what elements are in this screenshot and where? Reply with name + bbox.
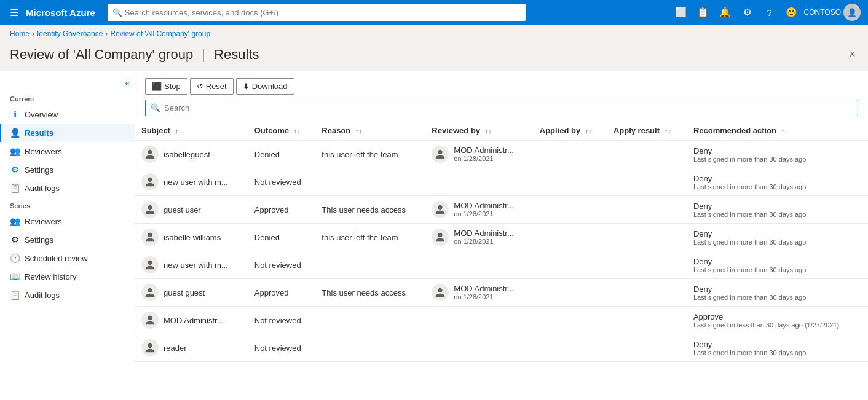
table-row[interactable]: isabelle williams Deniedthis user left t… xyxy=(135,224,868,251)
sidebar-item-results[interactable]: 👤 Results xyxy=(0,124,135,142)
sidebar: « Current ℹ Overview 👤 Results 👥 Reviewe… xyxy=(0,71,135,400)
sidebar-item-settings-current-label: Settings xyxy=(25,165,53,175)
col-outcome-sort[interactable]: ↑↓ xyxy=(294,127,301,135)
subject-name: MOD Administr... xyxy=(164,316,224,325)
breadcrumb-current[interactable]: Review of 'All Company' group xyxy=(110,29,210,38)
table-row[interactable]: reader Not reviewed Deny Last signed in … xyxy=(135,334,868,362)
breadcrumb-home[interactable]: Home xyxy=(10,29,30,38)
table-row[interactable]: MOD Administr... Not reviewed Approve La… xyxy=(135,307,868,334)
reviewer-avatar xyxy=(432,201,449,218)
recommended-main: Deny xyxy=(693,202,862,211)
col-subject[interactable]: Subject ↑↓ xyxy=(135,121,248,141)
page-title-area: Review of 'All Company' group | Results xyxy=(10,47,259,63)
col-reason-label: Reason xyxy=(322,126,350,135)
user-avatar xyxy=(141,201,159,218)
cell-subject: new user with m... xyxy=(135,251,248,279)
cell-apply-result xyxy=(607,224,687,251)
recommended-cell: Deny Last signed in more than 30 days ag… xyxy=(693,202,862,218)
sidebar-item-reviewers-series[interactable]: 👥 Reviewers xyxy=(0,212,135,230)
col-recommended-action[interactable]: Recommended action ↑↓ xyxy=(687,121,868,141)
settings-icon[interactable]: ⚙ xyxy=(738,2,757,22)
stop-icon: ⬛ xyxy=(152,82,162,91)
col-reason-sort[interactable]: ↑↓ xyxy=(355,127,362,135)
settings-sidebar-icon: ⚙ xyxy=(10,165,20,175)
table-row[interactable]: isabelleguest Deniedthis user left the t… xyxy=(135,141,868,168)
main-layout: « Current ℹ Overview 👤 Results 👥 Reviewe… xyxy=(0,71,868,400)
recommended-main: Deny xyxy=(693,340,862,349)
cloud-shell-icon[interactable]: 📋 xyxy=(693,2,713,22)
portal-icon[interactable]: ⬜ xyxy=(671,2,691,22)
col-applied-by-sort[interactable]: ↑↓ xyxy=(585,127,592,135)
sidebar-item-audit-series[interactable]: 📋 Audit logs xyxy=(0,286,135,304)
sidebar-item-review-history[interactable]: 📖 Review history xyxy=(0,267,135,286)
sidebar-item-settings-current[interactable]: ⚙ Settings xyxy=(0,160,135,179)
global-search-input[interactable] xyxy=(108,4,526,21)
sidebar-item-audit-current[interactable]: 📋 Audit logs xyxy=(0,179,135,197)
sidebar-series-section: Series xyxy=(0,197,135,212)
col-subject-sort[interactable]: ↑↓ xyxy=(175,127,182,135)
breadcrumb-identity-governance[interactable]: Identity Governance xyxy=(37,29,103,38)
cell-subject: new user with m... xyxy=(135,168,248,196)
sidebar-current-section: Current xyxy=(0,90,135,105)
col-applied-by[interactable]: Applied by ↑↓ xyxy=(534,121,607,141)
sidebar-item-results-label: Results xyxy=(25,128,53,138)
table-row[interactable]: new user with m... Not reviewed Deny Las… xyxy=(135,251,868,279)
sidebar-collapse-btn[interactable]: « xyxy=(0,76,135,90)
cell-recommended-action: Deny Last signed in more than 30 days ag… xyxy=(687,279,868,307)
reviewed-date: on 1/28/2021 xyxy=(454,210,514,218)
help-icon[interactable]: ? xyxy=(760,2,779,22)
col-reviewed-by[interactable]: Reviewed by ↑↓ xyxy=(425,121,533,141)
table-row[interactable]: new user with m... Not reviewed Deny Las… xyxy=(135,168,868,196)
sidebar-item-settings-series[interactable]: ⚙ Settings xyxy=(0,230,135,249)
user-cell: guest guest xyxy=(141,284,242,301)
avatar[interactable]: 👤 xyxy=(843,4,861,21)
tenant-label: CONTOSO xyxy=(804,8,841,17)
notifications-icon[interactable]: 🔔 xyxy=(716,2,735,22)
cell-outcome: Not reviewed xyxy=(248,334,316,362)
feedback-icon[interactable]: 😊 xyxy=(782,2,802,22)
col-apply-result-sort[interactable]: ↑↓ xyxy=(665,127,671,135)
cell-apply-result xyxy=(607,334,687,362)
hamburger-icon[interactable]: ☰ xyxy=(7,4,21,21)
search-input[interactable] xyxy=(164,103,853,112)
col-reason[interactable]: Reason ↑↓ xyxy=(315,121,425,141)
reviewer-avatar xyxy=(432,284,449,301)
reviewed-by-cell: MOD Administr... on 1/28/2021 xyxy=(432,201,527,218)
cell-reason: This user needs access xyxy=(315,196,425,224)
recommended-main: Deny xyxy=(693,257,862,266)
col-applied-by-label: Applied by xyxy=(540,126,580,135)
reviewed-by-cell: MOD Administr... on 1/28/2021 xyxy=(432,146,527,163)
cell-recommended-action: Deny Last signed in more than 30 days ag… xyxy=(687,251,868,279)
reviewed-by-cell: MOD Administr... on 1/28/2021 xyxy=(432,229,527,246)
reset-button[interactable]: ↺ Reset xyxy=(190,78,234,95)
download-button[interactable]: ⬇ Download xyxy=(236,78,294,95)
reviewers-series-icon: 👥 xyxy=(10,216,20,226)
sidebar-item-reviewers-series-label: Reviewers xyxy=(25,217,62,226)
cell-outcome: Denied xyxy=(248,224,316,251)
col-apply-result[interactable]: Apply result ↑↓ xyxy=(607,121,687,141)
app-logo: Microsoft Azure xyxy=(26,7,95,18)
reviewed-by-cell: MOD Administr... on 1/28/2021 xyxy=(432,284,527,301)
table-row[interactable]: guest user ApprovedThis user needs acces… xyxy=(135,196,868,224)
page-subtitle: Results xyxy=(214,47,259,62)
cell-apply-result xyxy=(607,307,687,334)
table-row[interactable]: guest guest ApprovedThis user needs acce… xyxy=(135,279,868,307)
sidebar-item-overview[interactable]: ℹ Overview xyxy=(0,105,135,124)
col-reviewed-by-label: Reviewed by xyxy=(432,126,480,135)
sidebar-item-reviewers-current[interactable]: 👥 Reviewers xyxy=(0,142,135,160)
recommended-cell: Deny Last signed in more than 30 days ag… xyxy=(693,284,862,301)
search-bar-container: 🔍 xyxy=(135,100,868,121)
col-recommended-action-sort[interactable]: ↑↓ xyxy=(781,127,788,135)
download-icon: ⬇ xyxy=(243,82,250,91)
stop-button[interactable]: ⬛ Stop xyxy=(145,78,187,95)
cell-subject: MOD Administr... xyxy=(135,307,248,334)
cell-reason xyxy=(315,307,425,334)
sidebar-item-scheduled-review[interactable]: 🕐 Scheduled review xyxy=(0,249,135,267)
close-button[interactable]: × xyxy=(846,45,858,63)
cell-applied-by xyxy=(534,224,607,251)
col-reviewed-by-sort[interactable]: ↑↓ xyxy=(485,127,492,135)
table-wrapper: Subject ↑↓ Outcome ↑↓ Reason ↑↓ Review xyxy=(135,121,868,362)
sidebar-item-overview-label: Overview xyxy=(25,110,58,119)
col-outcome-label: Outcome xyxy=(254,126,289,135)
col-outcome[interactable]: Outcome ↑↓ xyxy=(248,121,316,141)
